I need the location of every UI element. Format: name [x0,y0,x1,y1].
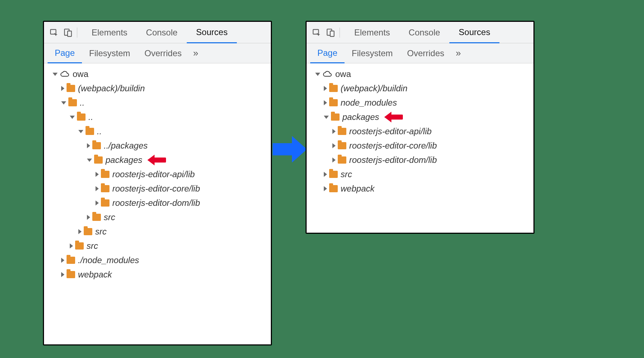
subtab-page[interactable]: Page [310,43,345,63]
chevron-down-icon [53,73,58,76]
tree-label: node_modules [341,98,397,108]
tree-label: src [104,212,115,222]
folder-icon [77,113,86,121]
tab-elements[interactable]: Elements [345,22,399,43]
chevron-right-icon [87,215,90,220]
chevron-right-icon [324,100,327,105]
inspect-icon[interactable] [310,28,324,37]
chevron-down-icon [324,116,329,119]
tree-item-src[interactable]: src [307,167,533,182]
folder-icon [68,99,77,106]
folder-icon [329,185,338,192]
devtools-topbar: Elements Console Sources [307,22,533,43]
tree-label: webpack [341,184,375,194]
folder-icon [329,99,338,106]
tree-item-webpack-buildin[interactable]: (webpack)/buildin [307,81,533,96]
tree-item-src-1[interactable]: src [44,210,271,224]
folder-icon [331,113,340,121]
tree-root[interactable]: owa [307,67,533,81]
highlight-arrow-icon [384,113,403,121]
chevron-right-icon [61,258,64,263]
tree-item-node-modules[interactable]: node_modules [307,96,533,110]
tree-label: packages [342,112,379,122]
tree-label: owa [73,69,88,79]
tree-item-dotdot-packages[interactable]: ../packages [44,139,271,153]
chevron-down-icon [61,101,66,105]
tab-sources[interactable]: Sources [449,22,499,43]
devtools-panel-after: Elements Console Sources Page Filesystem… [306,21,535,234]
folder-icon [338,156,346,164]
tree-item-roosterjs-dom[interactable]: roosterjs-editor-dom/lib [307,153,533,167]
tree-item-webpack[interactable]: webpack [307,182,533,196]
chevron-right-icon [70,243,73,248]
folder-icon [329,85,338,92]
tree-item-dotdot-3[interactable]: .. [44,124,271,139]
subtab-filesystem[interactable]: Filesystem [345,44,400,63]
tab-console[interactable]: Console [137,22,187,43]
tree-item-src-2[interactable]: src [44,224,271,239]
folder-icon [67,85,75,92]
file-tree-after: owa (webpack)/buildin node_modules packa… [307,63,533,199]
subtab-more-icon[interactable]: » [189,48,203,59]
folder-icon [101,199,109,207]
tree-item-roosterjs-api[interactable]: roosterjs-editor-api/lib [44,167,271,182]
chevron-right-icon [61,272,64,277]
tree-item-dotdot-2[interactable]: .. [44,110,271,124]
tree-item-webpack[interactable]: webpack [44,267,271,282]
tree-item-packages[interactable]: packages [44,153,271,167]
subtab-overrides[interactable]: Overrides [137,44,189,63]
inspect-icon[interactable] [48,28,61,37]
tree-root[interactable]: owa [44,67,271,81]
chevron-right-icon [78,229,82,234]
tree-item-webpack-buildin[interactable]: (webpack)/buildin [44,81,271,96]
tree-item-roosterjs-core[interactable]: roosterjs-editor-core/lib [44,182,271,196]
tree-item-roosterjs-dom[interactable]: roosterjs-editor-dom/lib [44,196,271,210]
subtab-more-icon[interactable]: » [452,48,465,59]
tab-console[interactable]: Console [399,22,449,43]
tab-sources[interactable]: Sources [187,22,237,43]
tree-item-roosterjs-api[interactable]: roosterjs-editor-api/lib [307,124,533,139]
chevron-right-icon [324,86,327,91]
tree-label: webpack [78,270,112,280]
device-toggle-icon[interactable] [324,28,337,37]
tree-item-node-modules[interactable]: ./node_modules [44,253,271,267]
folder-icon [338,142,346,149]
tree-label: (webpack)/buildin [341,83,408,93]
folder-icon [94,156,103,164]
subtab-page[interactable]: Page [48,43,82,63]
highlight-arrow-icon [147,156,166,164]
svg-rect-3 [313,29,318,34]
tree-label: (webpack)/buildin [78,83,145,93]
chevron-right-icon [96,200,99,205]
tree-label: .. [97,126,102,136]
devtools-topbar: Elements Console Sources [44,22,271,43]
folder-icon [67,271,75,278]
subtab-filesystem[interactable]: Filesystem [82,44,137,63]
tree-label: roosterjs-editor-dom/lib [112,198,200,208]
tree-label: roosterjs-editor-core/lib [112,184,200,194]
tree-label: .. [80,98,84,108]
cloud-icon [60,71,70,78]
separator [77,28,77,38]
svg-rect-0 [50,29,56,34]
svg-rect-2 [68,31,72,36]
devtools-panel-before: Elements Console Sources Page Filesystem… [43,21,272,345]
chevron-right-icon [61,86,64,91]
tree-label: roosterjs-editor-dom/lib [349,155,437,165]
tab-elements[interactable]: Elements [82,22,137,43]
chevron-right-icon [87,143,90,148]
device-toggle-icon[interactable] [61,28,75,37]
svg-rect-5 [330,31,334,36]
folder-icon [92,142,101,149]
chevron-right-icon [332,158,336,163]
subtab-overrides[interactable]: Overrides [400,44,452,63]
tree-item-src-3[interactable]: src [44,239,271,253]
chevron-right-icon [324,186,327,191]
tree-item-packages[interactable]: packages [307,110,533,124]
file-tree-before: owa (webpack)/buildin .. .. [44,63,271,285]
folder-icon [86,128,94,135]
separator [340,28,340,38]
tree-item-roosterjs-core[interactable]: roosterjs-editor-core/lib [307,139,533,153]
tree-item-dotdot-1[interactable]: .. [44,96,271,110]
chevron-right-icon [332,129,336,134]
